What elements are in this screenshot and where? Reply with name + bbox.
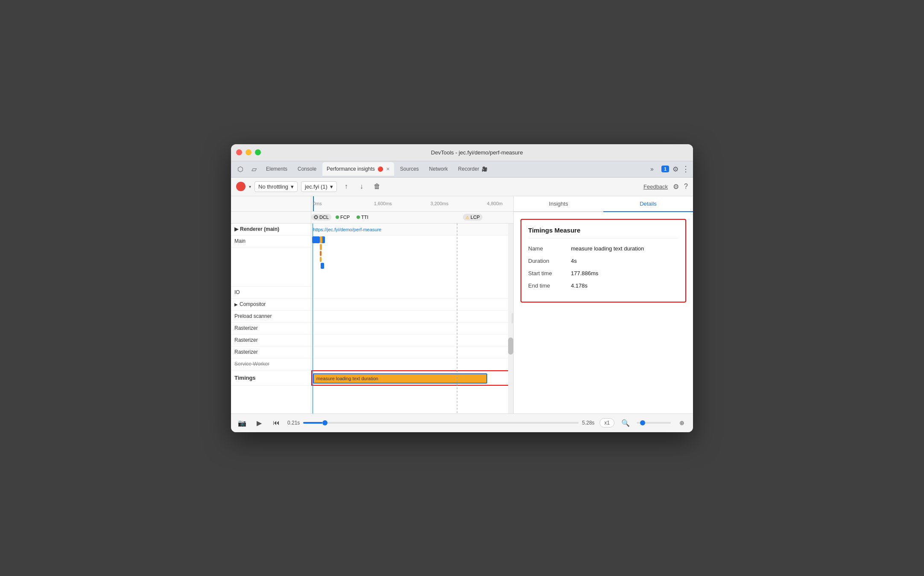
tracks-content[interactable]: https://jec.fyi/demo/perf-measure [311,224,513,413]
start-time-label: 0.21s [287,420,300,426]
flame-yellow-2 [320,244,322,250]
rasterizer-track-label-3: Rasterizer [231,346,311,358]
delete-button[interactable]: 🗑 [371,180,383,192]
tab-recorder[interactable]: Recorder 🎥 [454,162,492,176]
session-dropdown[interactable]: jec.fyi (1) ▾ [301,181,337,192]
tab-details[interactable]: Details [603,196,693,212]
rasterizer-track-label-2: Rasterizer [231,335,311,346]
close-button[interactable] [236,149,242,155]
lcp-label: LCP [471,215,480,220]
tti-marker[interactable]: TTI [354,214,371,221]
right-panel: Insights Details Timings Measure Name me… [514,196,693,413]
zoom-out-icon[interactable]: 🔍 [620,417,632,429]
timings-measure-title: Timings Measure [528,227,678,239]
minimize-button[interactable] [246,149,251,155]
zoom-slider[interactable] [637,422,671,424]
scrollbar-thumb[interactable] [508,337,513,355]
ruler-label-spacer [231,196,311,211]
io-track-row [311,287,513,299]
devtools-window: DevTools - jec.fyi/demo/perf-measure ⬡ ▱… [231,144,693,432]
timeline-slider-container: 0.21s 5.28s [287,420,594,426]
record-dropdown-arrow[interactable]: ▾ [249,184,251,189]
start-time-label: Start time [528,270,571,276]
flame-yellow-1 [320,236,322,243]
ruler-mark-1600ms: 1,600ms [374,201,392,206]
record-button[interactable] [236,182,246,191]
detail-row-duration: Duration 4s [528,258,678,264]
flame-blue-3 [321,263,324,269]
io-track-label: IO [231,287,311,299]
timings-content-row[interactable]: measure loading text duration [311,370,513,386]
recorder-icon: 🎥 [482,166,488,172]
vertical-cursor [313,224,313,413]
more-options-icon[interactable]: ⋮ [682,164,690,174]
tracks-wrapper: ▶ Renderer (main) Main IO ▶ Compositor [231,224,513,413]
settings-icon[interactable]: ⚙ [673,165,678,173]
tab-elements[interactable]: Elements [262,162,292,176]
tracks-labels: ▶ Renderer (main) Main IO ▶ Compositor [231,224,311,413]
title-bar: DevTools - jec.fyi/demo/perf-measure [231,144,693,161]
flame-blue-1 [312,236,320,243]
compositor-track-row [311,299,513,311]
download-button[interactable]: ↓ [356,180,368,192]
maximize-button[interactable] [255,149,261,155]
tabs-right-area: » 1 ⚙ ⋮ [646,163,690,175]
main-content: 0ms 1,600ms 3,200ms 4,800m DCL FCP [231,196,693,413]
bottom-bar: 📷 ▶ ⏮ 0.21s 5.28s x1 🔍 ⊕ [231,413,693,432]
main-track-spacer [231,247,311,287]
markers-content: DCL FCP TTI ⚠ LCP [311,212,513,223]
lcp-marker[interactable]: ⚠ LCP [463,214,482,221]
tab-close-icon[interactable]: ✕ [386,166,390,172]
upload-button[interactable]: ↑ [340,180,352,192]
slider-thumb[interactable] [322,420,327,425]
tab-performance-insights[interactable]: Performance insights 🔴 ✕ [322,162,394,176]
main-track-content [311,236,513,287]
timeline-slider[interactable] [303,422,579,424]
name-value: measure loading text duration [571,245,644,252]
url-text: https://jec.fyi/demo/perf-measure [313,227,381,232]
fcp-marker[interactable]: FCP [333,214,352,221]
main-track-label: Main [231,236,311,247]
rasterizer-track-label-1: Rasterizer [231,323,311,335]
throttle-dropdown[interactable]: No throttling ▾ [254,181,298,192]
toolbar-help-icon[interactable]: ? [684,183,688,190]
renderer-content-row: https://jec.fyi/demo/perf-measure [311,224,513,236]
screenshots-icon[interactable]: 📷 [236,417,248,429]
ruler-mark-0ms: 0ms [313,201,322,206]
recording-icon: 🔴 [377,166,383,172]
name-label: Name [528,245,571,252]
tab-network[interactable]: Network [425,162,452,176]
skip-to-start-button[interactable]: ⏮ [270,417,282,429]
left-panel: 0ms 1,600ms 3,200ms 4,800m DCL FCP [231,196,514,413]
tab-insights[interactable]: Insights [514,196,603,211]
cursor-icon[interactable]: ⬡ [234,163,246,175]
toolbar: ▾ No throttling ▾ jec.fyi (1) ▾ ↑ ↓ 🗑 Fe… [231,177,693,196]
devices-icon[interactable]: ▱ [248,163,260,175]
service-worker-track-label: Service Worker [231,358,311,370]
play-button[interactable]: ▶ [253,417,265,429]
zoom-in-icon[interactable]: ⊕ [676,417,688,429]
right-tabs: Insights Details [514,196,693,212]
markers-label-spacer [231,212,311,223]
duration-value: 4s [571,258,577,264]
dcl-marker[interactable]: DCL [311,214,331,221]
timing-measure-bar[interactable]: measure loading text duration [313,373,487,384]
collapse-panel-button[interactable]: › [512,313,513,323]
toolbar-settings-icon[interactable]: ⚙ [673,183,679,191]
renderer-track-label: ▶ Renderer (main) [231,224,311,236]
service-worker-row [311,358,513,370]
tab-console[interactable]: Console [293,162,321,176]
ruler-content: 0ms 1,600ms 3,200ms 4,800m [311,196,513,211]
lcp-dashed-line [457,224,457,413]
toolbar-right: Feedback ⚙ ? [643,183,688,191]
flame-yellow-3 [320,257,322,262]
chat-badge[interactable]: 1 [661,166,669,172]
zoom-slider-thumb[interactable] [640,420,645,425]
compositor-track-label: ▶ Compositor [231,299,311,311]
session-dropdown-arrow: ▾ [330,183,333,190]
fcp-label: FCP [340,215,350,220]
feedback-link[interactable]: Feedback [643,183,668,190]
tab-sources[interactable]: Sources [396,162,423,176]
more-tabs-button[interactable]: » [646,163,658,175]
zoom-level-label: x1 [599,418,614,428]
